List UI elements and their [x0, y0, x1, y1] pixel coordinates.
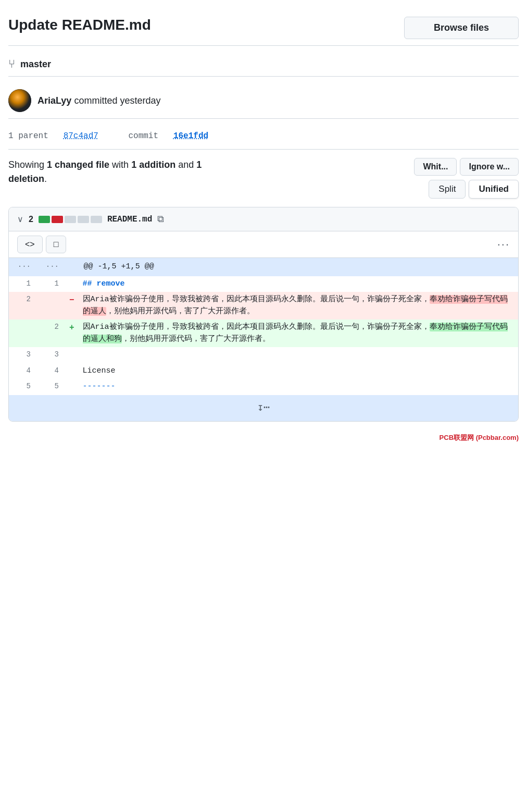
new-line-num [37, 292, 65, 319]
diff-summary-mid2: and [175, 159, 196, 170]
diff-bar [39, 216, 102, 223]
branch-name: master [20, 59, 51, 70]
diff-table: ··· ··· @@ -1,5 +1,5 @@ 1 1 ## remove 2 … [9, 258, 518, 421]
line-content: License [79, 363, 518, 379]
whitespace-button[interactable]: Whit... [414, 158, 457, 176]
more-menu-button[interactable]: ··· [497, 238, 510, 251]
diff-bar-gray2 [78, 216, 89, 223]
parent-label: 1 parent [8, 131, 48, 141]
hunk-dots-right: ··· [37, 258, 65, 276]
file-view-button[interactable]: □ [46, 236, 67, 253]
commit-label: commit [128, 131, 158, 141]
hunk-header-row: ··· ··· @@ -1,5 +1,5 @@ [9, 258, 518, 276]
new-line-num: 3 [37, 347, 65, 363]
line-content: ------- [79, 379, 518, 395]
diff-summary: Showing 1 changed file with 1 addition a… [8, 158, 227, 186]
diff-bar-gray1 [65, 216, 76, 223]
line-content [79, 347, 518, 363]
file-diff: ∨ 2 README.md ⧉ <> □ ··· [8, 207, 519, 422]
copy-icon[interactable]: ⧉ [157, 214, 164, 225]
diff-summary-mid1: with [109, 159, 131, 170]
line-content: 因Aria被诈骗份子使用，导致我被跨省，因此本项目源码永久删除。最后说一句，诈骗… [79, 319, 518, 347]
commit-title: Update README.md [8, 17, 151, 33]
expand-icon: ↧⋯ [257, 402, 270, 414]
table-row: 5 5 ------- [9, 379, 518, 395]
line-content: 因Aria被诈骗份子使用，导致我被跨省，因此本项目源码永久删除。最后说一句，诈骗… [79, 292, 518, 319]
new-line-num: 4 [37, 363, 65, 379]
new-line-num: 5 [37, 379, 65, 395]
diff-bar-red [52, 216, 63, 223]
hunk-dots-left: ··· [9, 258, 37, 276]
old-line-num [9, 319, 37, 347]
diff-summary-pre: Showing [8, 159, 47, 170]
change-count: 2 [29, 215, 33, 224]
author-name: AriaLyy [37, 95, 71, 106]
file-diff-toolbar: <> □ ··· [9, 231, 518, 258]
branch-icon: ⑂ [8, 57, 15, 71]
author-text: AriaLyy committed yesterday [37, 95, 160, 106]
browse-files-button[interactable]: Browse files [404, 17, 519, 39]
table-row: 2 + 因Aria被诈骗份子使用，导致我被跨省，因此本项目源码永久删除。最后说一… [9, 319, 518, 347]
split-button[interactable]: Split [429, 180, 466, 199]
hunk-header-text: @@ -1,5 +1,5 @@ [79, 258, 518, 276]
watermark: PCB联盟网 (Pcbbar.com) [8, 430, 519, 446]
old-line-num: 4 [9, 363, 37, 379]
ignore-whitespace-button[interactable]: Ignore w... [460, 158, 519, 176]
diff-bar-green1 [39, 216, 50, 223]
line-content: ## remove [79, 276, 518, 292]
unified-button[interactable]: Unified [469, 180, 519, 199]
old-line-num: 2 [9, 292, 37, 319]
expand-row[interactable]: ↧⋯ [9, 395, 518, 421]
old-line-num: 3 [9, 347, 37, 363]
diff-bar-gray3 [91, 216, 102, 223]
avatar [8, 89, 31, 112]
diff-summary-additions: 1 addition [131, 159, 175, 170]
old-line-num: 5 [9, 379, 37, 395]
commit-meta: 1 parent 87c4ad7 commit 16e1fdd [8, 125, 519, 150]
parent-hash[interactable]: 87c4ad7 [64, 131, 98, 141]
table-row: 1 1 ## remove [9, 276, 518, 292]
new-line-num: 1 [37, 276, 65, 292]
author-action: committed yesterday [74, 95, 160, 106]
new-line-num: 2 [37, 319, 65, 347]
table-row: 2 − 因Aria被诈骗份子使用，导致我被跨省，因此本项目源码永久删除。最后说一… [9, 292, 518, 319]
chevron-icon[interactable]: ∨ [17, 214, 23, 224]
file-name: README.md [107, 215, 152, 224]
diff-summary-changed: 1 changed file [47, 159, 109, 170]
old-line-num: 1 [9, 276, 37, 292]
diff-buttons: Whit... Ignore w... Split Unified [414, 158, 519, 199]
diff-summary-end: . [44, 174, 47, 184]
table-row: 4 4 License [9, 363, 518, 379]
code-view-button[interactable]: <> [17, 236, 43, 253]
file-diff-header: ∨ 2 README.md ⧉ [9, 207, 518, 231]
table-row: 3 3 [9, 347, 518, 363]
commit-hash[interactable]: 16e1fdd [173, 131, 208, 141]
diff-controls: Showing 1 changed file with 1 addition a… [8, 158, 519, 199]
